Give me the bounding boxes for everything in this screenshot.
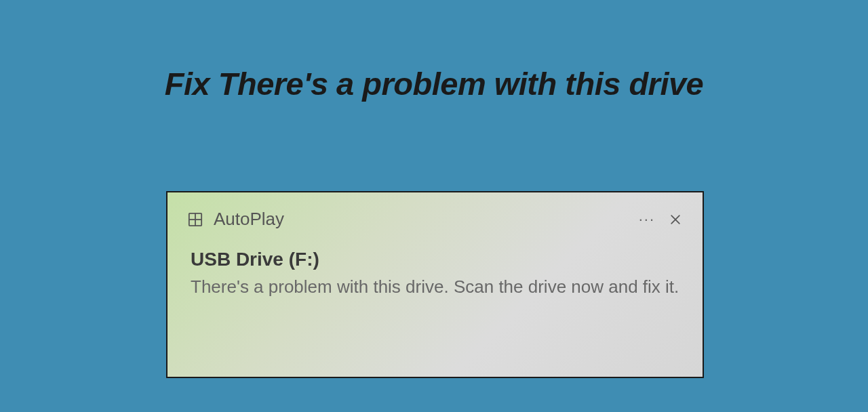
drive-title: USB Drive (F:) (191, 249, 682, 270)
page-headline: Fix There's a problem with this drive (0, 65, 868, 102)
autoplay-icon (188, 212, 203, 227)
notification-header-left: AutoPlay (188, 209, 284, 230)
notification-header-right: ··· (639, 212, 682, 227)
autoplay-app-label: AutoPlay (214, 209, 284, 230)
notification-header: AutoPlay ··· (188, 209, 682, 230)
more-options-icon[interactable]: ··· (639, 212, 655, 227)
drive-message: There's a problem with this drive. Scan … (191, 274, 682, 300)
notification-body: USB Drive (F:) There's a problem with th… (188, 249, 682, 300)
autoplay-notification[interactable]: AutoPlay ··· USB Drive (F:) There's a pr… (166, 191, 704, 378)
close-icon[interactable] (669, 213, 682, 226)
